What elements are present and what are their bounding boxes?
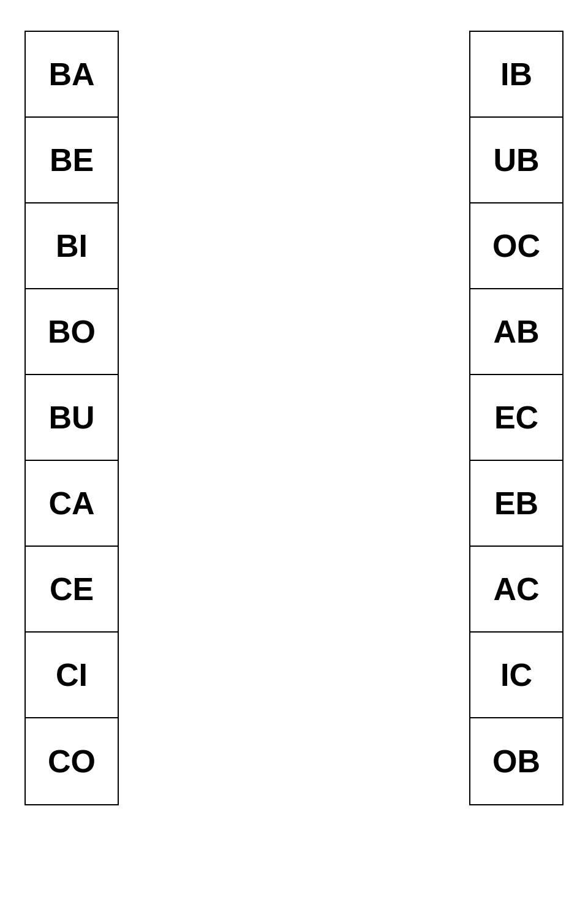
right-cell-ub: UB (470, 118, 562, 203)
left-cell-ca: CA (26, 461, 118, 547)
left-cell-be: BE (26, 118, 118, 203)
left-cell-ba: BA (26, 32, 118, 118)
right-cell-ac: AC (470, 547, 562, 633)
left-cell-bu: BU (26, 375, 118, 461)
right-cell-ec: EC (470, 375, 562, 461)
right-cell-ob: OB (470, 718, 562, 804)
right-column: IBUBOCABECEBACICOB (469, 31, 564, 805)
left-column: BABEBIBOBUCACECICO (24, 31, 119, 805)
right-cell-ic: IC (470, 633, 562, 718)
right-cell-ib: IB (470, 32, 562, 118)
right-cell-ab: AB (470, 289, 562, 375)
right-cell-oc: OC (470, 203, 562, 289)
left-cell-ce: CE (26, 547, 118, 633)
left-cell-bi: BI (26, 203, 118, 289)
right-cell-eb: EB (470, 461, 562, 547)
left-cell-bo: BO (26, 289, 118, 375)
svg-line-0 (118, 75, 470, 332)
left-cell-ci: CI (26, 633, 118, 718)
left-cell-co: CO (26, 718, 118, 804)
exercise-area: BABEBIBOBUCACECICO IBUBOCABECEBACICOB (24, 31, 564, 805)
